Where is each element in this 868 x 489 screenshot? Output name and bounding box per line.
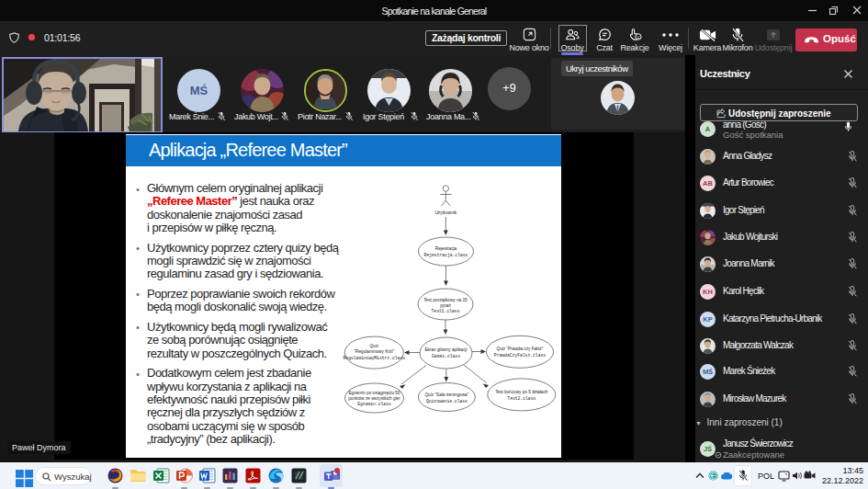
svg-text:pytań: pytań <box>440 303 451 308</box>
svg-text:Egzamin.class: Egzamin.class <box>357 402 391 406</box>
svg-text:Test2.class: Test2.class <box>507 396 535 401</box>
svg-text:Test końcowy po 5 działach: Test końcowy po 5 działach <box>495 390 547 394</box>
svg-text:Games.class: Games.class <box>432 354 460 358</box>
svg-text:Quiz: Quiz <box>369 344 378 348</box>
svg-text:Quizowanie.class: Quizowanie.class <box>426 399 468 404</box>
svg-text:Użytkownik: Użytkownik <box>434 210 457 215</box>
svg-text:Test początkowy na 15: Test początkowy na 15 <box>423 298 468 302</box>
svg-text:"Regulaminowy Król": "Regulaminowy Król" <box>354 349 394 354</box>
svg-text:Quiz "Sala treningowa": Quiz "Sala treningowa" <box>424 392 468 397</box>
svg-text:Ekran główny aplikacji: Ekran główny aplikacji <box>424 347 467 352</box>
svg-text:Egzamin po osiągnięciu 50: Egzamin po osiągnięciu 50 <box>348 391 400 395</box>
svg-text:Rejestracja: Rejestracja <box>435 246 457 251</box>
svg-text:Test1.class: Test1.class <box>432 309 460 313</box>
svg-text:RegulaminowyMistrz.class: RegulaminowyMistrz.class <box>344 356 406 360</box>
svg-text:Rejestracja.class: Rejestracja.class <box>424 253 468 257</box>
svg-text:PrawdaCzyFalsz.class: PrawdaCzyFalsz.class <box>494 353 546 358</box>
svg-text:Quiz "Prawda czy Fałsz": Quiz "Prawda czy Fałsz" <box>497 347 544 351</box>
svg-text:punktów ze wszystkich gier: punktów ze wszystkich gier <box>348 396 400 401</box>
